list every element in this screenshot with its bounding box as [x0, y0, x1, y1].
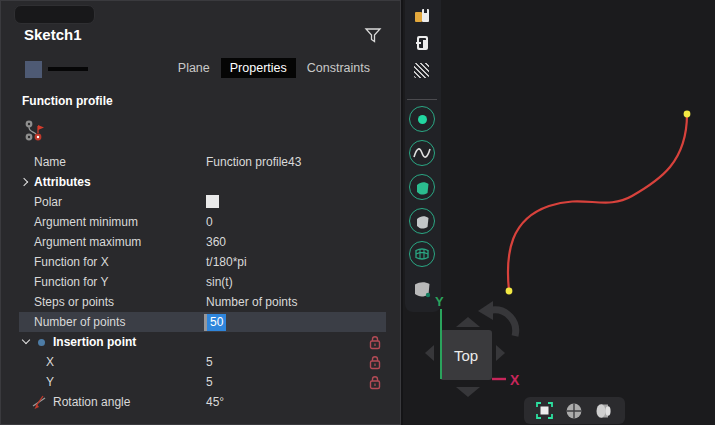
sine-glyph	[413, 146, 431, 160]
row-label: Rotation angle	[53, 395, 130, 409]
row-label: Insertion point	[53, 335, 136, 349]
surface-filled-tool-icon[interactable]	[409, 174, 435, 200]
surface-grid-tool-icon[interactable]	[409, 241, 435, 267]
chevron-right-icon[interactable]	[20, 177, 28, 185]
section-title: Function profile	[22, 94, 113, 108]
surface-grid-glyph	[413, 246, 431, 262]
workspace-icon[interactable]	[413, 7, 432, 24]
toolbar-divider	[407, 99, 437, 100]
row-insertion-x[interactable]: X 5	[1, 352, 400, 372]
lock-icon[interactable]	[369, 355, 381, 370]
row-value: Function profile43	[206, 155, 301, 169]
row-name[interactable]: Name Function profile43	[1, 152, 400, 172]
surface-filled-glyph	[414, 179, 431, 196]
row-attributes[interactable]: Attributes	[1, 172, 400, 192]
selected-text: 50	[207, 314, 226, 331]
row-number-of-points[interactable]: Number of points 50	[1, 312, 400, 332]
number-of-points-input[interactable]: 50	[204, 314, 226, 331]
row-value: 360	[206, 235, 226, 249]
fit-view-icon[interactable]	[535, 401, 554, 420]
row-function-for-x[interactable]: Function for X t/180*pi	[1, 252, 400, 272]
function-profile-icon	[24, 119, 48, 143]
row-label: Polar	[34, 195, 62, 209]
view-cube-top[interactable]: Top	[440, 330, 492, 380]
row-value: 5	[206, 375, 213, 389]
polar-checkbox[interactable]	[206, 195, 219, 208]
panel-title: Sketch1	[24, 26, 82, 43]
row-argument-maximum[interactable]: Argument maximum 360	[1, 232, 400, 252]
row-steps-or-points[interactable]: Steps or points Number of points	[1, 292, 400, 312]
point-tool-icon[interactable]	[409, 106, 435, 132]
row-label: Number of points	[34, 315, 125, 329]
row-value: 0	[206, 215, 213, 229]
tab-constraints[interactable]: Constraints	[298, 58, 379, 78]
view-cube-label: Top	[454, 347, 478, 364]
lock-icon[interactable]	[369, 335, 381, 350]
sketch-properties-panel: Sketch1 Plane Properties Constraints Fun…	[0, 0, 401, 425]
chevron-down-icon[interactable]	[22, 336, 30, 344]
row-label: Name	[34, 155, 66, 169]
row-value: t/180*pi	[206, 255, 247, 269]
sheet-icon[interactable]	[412, 280, 433, 299]
row-label: Argument minimum	[34, 215, 138, 229]
row-value: sin(t)	[206, 275, 233, 289]
point-marker-icon	[38, 339, 45, 346]
panel-tabs: Plane Properties Constraints	[169, 58, 379, 78]
row-label: Attributes	[34, 175, 91, 189]
tab-properties[interactable]: Properties	[221, 58, 296, 78]
function-curve-tool-icon[interactable]	[409, 140, 435, 166]
row-label: X	[46, 355, 54, 369]
sketch-color-swatch[interactable]	[25, 61, 42, 78]
surface-outline-glyph	[414, 213, 431, 230]
tab-plane[interactable]: Plane	[169, 58, 219, 78]
viewport-nav-bar	[524, 397, 625, 424]
row-insertion-y[interactable]: Y 5	[1, 372, 400, 392]
cylinder-view-icon[interactable]	[594, 402, 614, 420]
row-function-for-y[interactable]: Function for Y sin(t)	[1, 272, 400, 292]
exit-sketch-icon[interactable]	[414, 35, 430, 51]
row-value: 5	[206, 355, 213, 369]
row-argument-minimum[interactable]: Argument minimum 0	[1, 212, 400, 232]
line-style-preview	[48, 67, 88, 71]
property-rows: Name Function profile43 Attributes Polar…	[1, 152, 400, 412]
orbit-sphere-icon[interactable]	[565, 402, 583, 420]
row-polar[interactable]: Polar	[1, 192, 400, 212]
rotation-angle-icon	[32, 395, 47, 410]
point-glyph	[418, 115, 427, 124]
lock-icon[interactable]	[369, 375, 381, 390]
app-window: Top Y X	[0, 0, 715, 425]
filter-icon[interactable]	[364, 27, 382, 45]
hatch-icon[interactable]	[414, 63, 429, 78]
row-label: Argument maximum	[34, 235, 141, 249]
row-value: 45°	[206, 395, 224, 409]
panel-tab-handle[interactable]	[14, 5, 95, 24]
row-rotation-angle[interactable]: Rotation angle 45°	[1, 392, 400, 412]
row-insertion-point[interactable]: Insertion point	[1, 332, 400, 352]
surface-outline-tool-icon[interactable]	[409, 208, 435, 234]
row-label: Y	[46, 375, 54, 389]
row-label: Function for X	[34, 255, 109, 269]
row-value: Number of points	[206, 295, 297, 309]
row-label: Steps or points	[34, 295, 114, 309]
row-label: Function for Y	[34, 275, 108, 289]
